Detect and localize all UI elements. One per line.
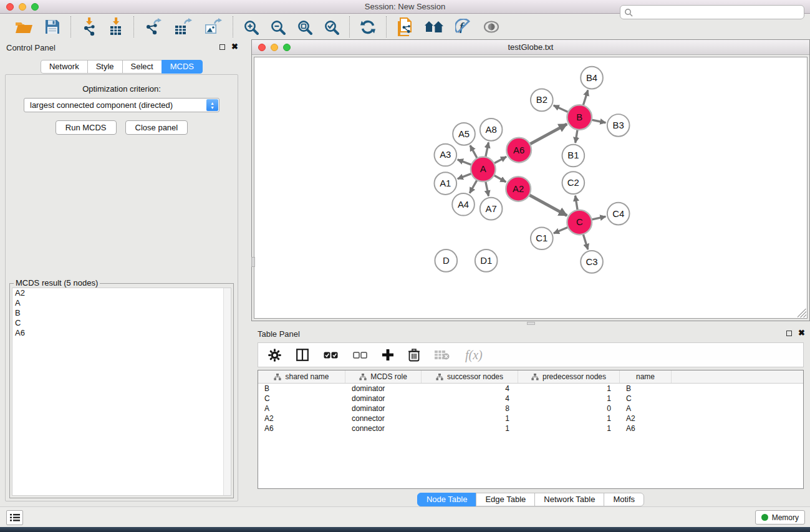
network-canvas[interactable]: AA1A2A3A4A5A6A7A8BB1B2B3B4CC1C2C3C4DD1 bbox=[254, 57, 808, 319]
graph-node-B[interactable]: B bbox=[567, 105, 592, 130]
table-row[interactable]: Adominator80A bbox=[258, 404, 803, 414]
close-panel-icon[interactable]: ✖ bbox=[231, 44, 238, 50]
graph-node-A[interactable]: A bbox=[471, 157, 496, 181]
table-row[interactable]: Bdominator41B bbox=[258, 384, 803, 394]
graph-node-C1[interactable]: C1 bbox=[531, 227, 553, 249]
result-list-item[interactable]: B bbox=[12, 308, 231, 318]
export-network-button[interactable] bbox=[144, 18, 163, 36]
float-panel-icon[interactable] bbox=[219, 44, 225, 50]
zoom-selected-button[interactable] bbox=[324, 19, 339, 35]
graph-node-A4[interactable]: A4 bbox=[452, 193, 475, 216]
deselect-all-button[interactable] bbox=[353, 352, 367, 359]
cell-MCDS-role[interactable]: dominator bbox=[345, 404, 422, 414]
optimization-criterion-select[interactable]: largest connected component (directed) ▲… bbox=[24, 98, 219, 112]
left-splitter-handle[interactable] bbox=[251, 257, 255, 267]
minimize-window-button[interactable] bbox=[19, 3, 26, 11]
tab-style[interactable]: Style bbox=[87, 60, 123, 74]
select-all-button[interactable] bbox=[324, 352, 338, 359]
graph-node-A1[interactable]: A1 bbox=[434, 172, 456, 195]
table-row[interactable]: Cdominator41C bbox=[258, 394, 803, 404]
memory-button[interactable]: Memory bbox=[755, 510, 805, 525]
graph-node-A5[interactable]: A5 bbox=[453, 123, 475, 145]
cell-predecessor-nodes[interactable]: 0 bbox=[518, 404, 620, 414]
network-zoom-button[interactable] bbox=[283, 44, 291, 51]
graph-node-C2[interactable]: C2 bbox=[562, 172, 585, 194]
graph-node-A8[interactable]: A8 bbox=[480, 118, 503, 141]
cell-name[interactable]: A bbox=[620, 404, 672, 414]
cell-successor-nodes[interactable]: 4 bbox=[422, 384, 518, 394]
add-row-button[interactable] bbox=[382, 349, 393, 360]
graph-node-B3[interactable]: B3 bbox=[607, 114, 630, 137]
tab-node-table[interactable]: Node Table bbox=[417, 493, 477, 506]
settings-button[interactable] bbox=[268, 349, 281, 362]
network-file-button[interactable] bbox=[397, 17, 413, 36]
graph-node-A7[interactable]: A7 bbox=[480, 198, 503, 220]
graph-node-D1[interactable]: D1 bbox=[475, 249, 498, 272]
zoom-in-button[interactable] bbox=[243, 19, 259, 35]
close-panel-button[interactable]: Close panel bbox=[125, 120, 188, 135]
graph-node-C[interactable]: C bbox=[567, 210, 592, 235]
node-table[interactable]: shared nameMCDS rolesuccessor nodesprede… bbox=[258, 370, 804, 489]
tab-mcds[interactable]: MCDS bbox=[162, 60, 203, 74]
column-header-shared-name[interactable]: shared name bbox=[258, 370, 345, 383]
network-minimize-button[interactable] bbox=[271, 44, 278, 51]
tab-select[interactable]: Select bbox=[122, 60, 162, 74]
result-list-item[interactable]: A bbox=[12, 298, 231, 308]
table-float-panel-icon[interactable] bbox=[786, 331, 792, 336]
graph-node-D[interactable]: D bbox=[435, 249, 457, 272]
result-list-item[interactable]: A6 bbox=[12, 328, 231, 338]
cell-name[interactable]: A6 bbox=[620, 423, 672, 433]
close-window-button[interactable] bbox=[6, 3, 14, 11]
tab-edge-table[interactable]: Edge Table bbox=[476, 493, 535, 506]
import-network-button[interactable] bbox=[81, 17, 97, 36]
cell-shared-name[interactable]: A bbox=[258, 404, 345, 414]
cell-successor-nodes[interactable]: 4 bbox=[422, 394, 518, 404]
cell-predecessor-nodes[interactable]: 1 bbox=[518, 414, 620, 423]
cell-predecessor-nodes[interactable]: 1 bbox=[518, 423, 620, 433]
cell-name[interactable]: B bbox=[620, 384, 672, 394]
table-row[interactable]: A6connector11A6 bbox=[258, 423, 803, 433]
window-controls[interactable] bbox=[6, 3, 39, 11]
delete-row-button[interactable] bbox=[408, 349, 420, 362]
cell-successor-nodes[interactable]: 1 bbox=[422, 414, 518, 423]
tab-network[interactable]: Network bbox=[41, 60, 88, 74]
cell-shared-name[interactable]: A6 bbox=[258, 423, 345, 433]
table-row[interactable]: A2connector11A2 bbox=[258, 414, 803, 423]
cell-shared-name[interactable]: A2 bbox=[258, 414, 345, 423]
graph-node-C4[interactable]: C4 bbox=[607, 203, 630, 225]
column-header-predecessor-nodes[interactable]: predecessor nodes bbox=[518, 370, 620, 383]
cell-MCDS-role[interactable]: connector bbox=[345, 414, 422, 423]
cell-name[interactable]: C bbox=[620, 394, 672, 404]
zoom-fit-button[interactable] bbox=[297, 19, 312, 35]
export-image-button[interactable] bbox=[204, 18, 223, 36]
table-close-panel-icon[interactable]: ✖ bbox=[798, 330, 805, 336]
cell-predecessor-nodes[interactable]: 1 bbox=[518, 384, 620, 394]
search-input[interactable] bbox=[637, 6, 800, 18]
cell-shared-name[interactable]: B bbox=[258, 384, 345, 394]
bottom-splitter-handle[interactable] bbox=[527, 322, 535, 325]
mcds-result-list[interactable]: A2ABCA6 bbox=[12, 288, 231, 496]
run-mcds-button[interactable]: Run MCDS bbox=[55, 120, 117, 135]
refresh-button[interactable] bbox=[360, 19, 376, 35]
result-list-item[interactable]: A2 bbox=[12, 288, 231, 298]
cell-shared-name[interactable]: C bbox=[258, 394, 345, 404]
graph-node-A6[interactable]: A6 bbox=[506, 138, 531, 163]
cell-predecessor-nodes[interactable]: 1 bbox=[518, 394, 620, 404]
cell-successor-nodes[interactable]: 1 bbox=[422, 423, 518, 433]
home-button[interactable] bbox=[424, 19, 444, 34]
cell-name[interactable]: A2 bbox=[620, 414, 672, 423]
network-close-button[interactable] bbox=[258, 44, 266, 51]
graph-node-B1[interactable]: B1 bbox=[562, 145, 585, 167]
show-graphics-details-button[interactable] bbox=[483, 20, 500, 34]
columns-button[interactable] bbox=[296, 349, 309, 361]
column-header-successor-nodes[interactable]: successor nodes bbox=[422, 370, 518, 383]
graph-node-B4[interactable]: B4 bbox=[581, 67, 603, 89]
tab-network-table[interactable]: Network Table bbox=[534, 493, 604, 506]
result-list-scrollbar[interactable] bbox=[223, 288, 231, 495]
search-box[interactable] bbox=[620, 5, 804, 19]
open-session-button[interactable] bbox=[15, 19, 33, 35]
zoom-out-button[interactable] bbox=[270, 19, 286, 35]
cell-MCDS-role[interactable]: dominator bbox=[345, 394, 422, 404]
graph-node-A2[interactable]: A2 bbox=[506, 177, 531, 201]
graph-node-B2[interactable]: B2 bbox=[531, 89, 553, 112]
